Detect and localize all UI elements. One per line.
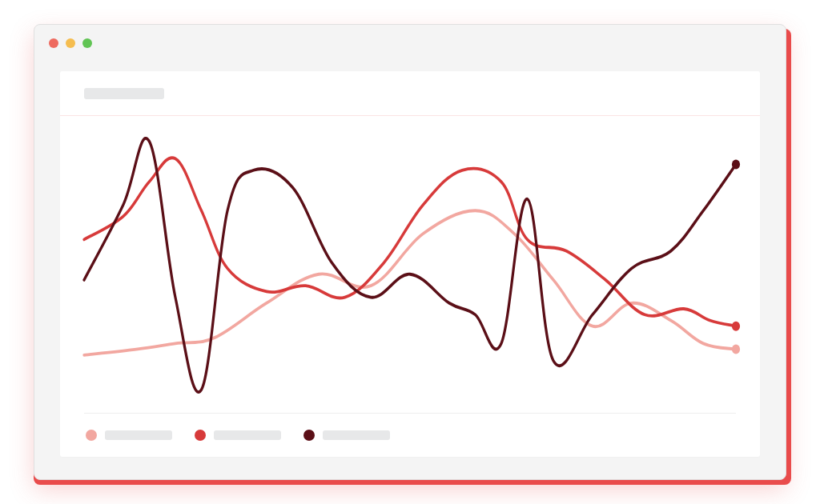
series-end-dot-series_b xyxy=(732,322,740,331)
browser-window-frame xyxy=(34,24,786,480)
close-icon[interactable] xyxy=(49,38,58,48)
line-chart-svg xyxy=(84,124,736,413)
series-line-series_c xyxy=(84,138,736,392)
chart-body xyxy=(60,116,760,457)
legend-label xyxy=(323,430,390,440)
window-title-bar xyxy=(34,25,786,62)
series-line-series_b xyxy=(84,158,736,326)
minimize-icon[interactable] xyxy=(66,38,75,48)
series-end-dot-series_c xyxy=(732,160,740,170)
card-header xyxy=(60,71,760,116)
legend-item-c xyxy=(303,430,390,441)
legend-label xyxy=(105,430,172,440)
legend-label xyxy=(214,430,281,440)
legend-swatch-icon xyxy=(86,430,97,441)
chart-title-placeholder xyxy=(84,88,164,99)
chart-card xyxy=(60,71,760,457)
legend-item-a xyxy=(86,430,172,441)
plot-area xyxy=(84,124,736,414)
legend xyxy=(84,414,736,457)
legend-swatch-icon xyxy=(303,430,315,441)
legend-swatch-icon xyxy=(195,430,206,441)
series-end-dot-series_a xyxy=(732,345,740,354)
content-outer xyxy=(34,62,786,479)
legend-item-b xyxy=(195,430,281,441)
zoom-icon[interactable] xyxy=(82,38,92,48)
